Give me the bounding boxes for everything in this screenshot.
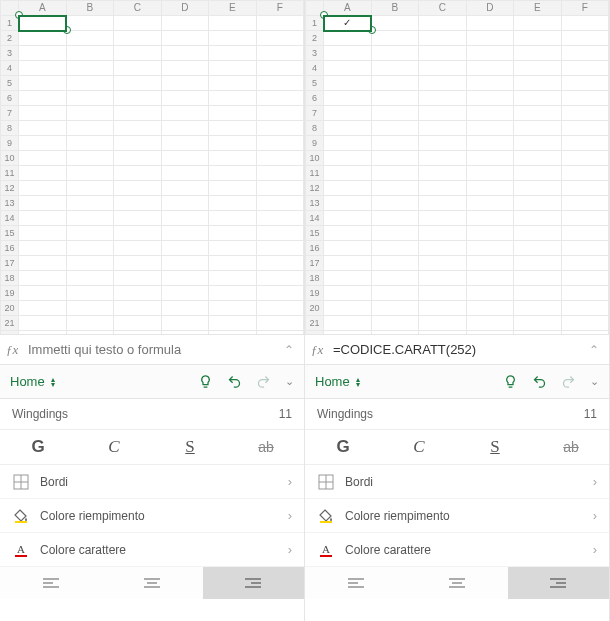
cell[interactable] bbox=[371, 316, 418, 331]
cell[interactable] bbox=[256, 121, 303, 136]
cell[interactable] bbox=[324, 301, 371, 316]
cell[interactable] bbox=[209, 301, 256, 316]
row-header-11[interactable]: 11 bbox=[1, 166, 19, 181]
fill-color-option[interactable]: Colore riempimento › bbox=[305, 499, 609, 533]
cell[interactable] bbox=[66, 136, 113, 151]
font-size-selector[interactable]: 11 bbox=[584, 407, 597, 421]
cell[interactable] bbox=[324, 151, 371, 166]
font-color-option[interactable]: A Colore carattere › bbox=[305, 533, 609, 567]
row-header-2[interactable]: 2 bbox=[1, 31, 19, 46]
cell[interactable] bbox=[114, 181, 161, 196]
cell[interactable] bbox=[466, 241, 513, 256]
cell[interactable] bbox=[514, 286, 561, 301]
cell[interactable] bbox=[419, 61, 466, 76]
cell[interactable] bbox=[256, 241, 303, 256]
cell[interactable] bbox=[19, 166, 66, 181]
row-header-10[interactable]: 10 bbox=[306, 151, 324, 166]
cell[interactable] bbox=[114, 121, 161, 136]
cell[interactable] bbox=[161, 46, 208, 61]
cell[interactable] bbox=[256, 76, 303, 91]
cell[interactable] bbox=[371, 61, 418, 76]
row-header-13[interactable]: 13 bbox=[306, 196, 324, 211]
row-header-3[interactable]: 3 bbox=[306, 46, 324, 61]
cell[interactable] bbox=[161, 121, 208, 136]
col-header-C[interactable]: C bbox=[419, 1, 466, 16]
cell[interactable] bbox=[561, 151, 608, 166]
row-header-16[interactable]: 16 bbox=[306, 241, 324, 256]
cell[interactable] bbox=[514, 181, 561, 196]
cell[interactable] bbox=[466, 286, 513, 301]
formula-input[interactable] bbox=[28, 342, 280, 357]
cell[interactable] bbox=[114, 271, 161, 286]
cell[interactable] bbox=[114, 106, 161, 121]
cell[interactable] bbox=[419, 91, 466, 106]
cell[interactable] bbox=[514, 31, 561, 46]
cell[interactable] bbox=[114, 196, 161, 211]
cell[interactable] bbox=[514, 76, 561, 91]
cell[interactable] bbox=[114, 76, 161, 91]
cell[interactable] bbox=[371, 241, 418, 256]
cell[interactable] bbox=[561, 271, 608, 286]
cell[interactable] bbox=[514, 61, 561, 76]
cell[interactable] bbox=[66, 166, 113, 181]
cell[interactable] bbox=[324, 211, 371, 226]
cell[interactable] bbox=[256, 331, 303, 336]
cell[interactable] bbox=[66, 91, 113, 106]
cell[interactable] bbox=[161, 16, 208, 31]
cell[interactable] bbox=[161, 271, 208, 286]
cell[interactable] bbox=[324, 256, 371, 271]
cell[interactable] bbox=[466, 196, 513, 211]
cell[interactable] bbox=[514, 271, 561, 286]
font-size-selector[interactable]: 11 bbox=[279, 407, 292, 421]
borders-option[interactable]: Bordi › bbox=[0, 465, 304, 499]
cell[interactable] bbox=[466, 166, 513, 181]
cell[interactable] bbox=[19, 46, 66, 61]
cell[interactable] bbox=[161, 286, 208, 301]
cell[interactable] bbox=[371, 106, 418, 121]
col-header-C[interactable]: C bbox=[114, 1, 161, 16]
align-right-button[interactable] bbox=[203, 567, 304, 599]
cell[interactable] bbox=[324, 241, 371, 256]
cell[interactable] bbox=[209, 211, 256, 226]
row-header-21[interactable]: 21 bbox=[1, 316, 19, 331]
row-header-7[interactable]: 7 bbox=[306, 106, 324, 121]
row-header-22[interactable]: 22 bbox=[1, 331, 19, 336]
row-header-2[interactable]: 2 bbox=[306, 31, 324, 46]
cell[interactable] bbox=[324, 136, 371, 151]
cell[interactable] bbox=[561, 121, 608, 136]
cell[interactable] bbox=[419, 241, 466, 256]
cell[interactable] bbox=[466, 91, 513, 106]
cell[interactable] bbox=[419, 76, 466, 91]
cell[interactable] bbox=[66, 211, 113, 226]
cell[interactable] bbox=[161, 256, 208, 271]
cell[interactable] bbox=[19, 61, 66, 76]
underline-button[interactable]: S bbox=[457, 430, 533, 464]
cell[interactable] bbox=[19, 121, 66, 136]
cell[interactable] bbox=[256, 106, 303, 121]
cell[interactable] bbox=[371, 226, 418, 241]
cell[interactable] bbox=[161, 301, 208, 316]
row-header-5[interactable]: 5 bbox=[306, 76, 324, 91]
cell[interactable] bbox=[114, 46, 161, 61]
cell[interactable] bbox=[419, 226, 466, 241]
col-header-E[interactable]: E bbox=[514, 1, 561, 16]
row-header-11[interactable]: 11 bbox=[306, 166, 324, 181]
cell[interactable] bbox=[114, 61, 161, 76]
cell[interactable] bbox=[256, 301, 303, 316]
cell[interactable] bbox=[514, 106, 561, 121]
cell[interactable] bbox=[419, 286, 466, 301]
row-header-9[interactable]: 9 bbox=[306, 136, 324, 151]
cell[interactable] bbox=[561, 301, 608, 316]
cell[interactable] bbox=[561, 286, 608, 301]
row-header-13[interactable]: 13 bbox=[1, 196, 19, 211]
row-header-4[interactable]: 4 bbox=[306, 61, 324, 76]
cell[interactable] bbox=[114, 316, 161, 331]
cell[interactable] bbox=[561, 331, 608, 336]
cell[interactable] bbox=[561, 46, 608, 61]
cell[interactable] bbox=[19, 76, 66, 91]
row-header-18[interactable]: 18 bbox=[306, 271, 324, 286]
cell[interactable] bbox=[256, 181, 303, 196]
cell-A1[interactable] bbox=[19, 16, 66, 31]
font-name-selector[interactable]: Wingdings bbox=[317, 407, 373, 421]
cell[interactable] bbox=[514, 91, 561, 106]
